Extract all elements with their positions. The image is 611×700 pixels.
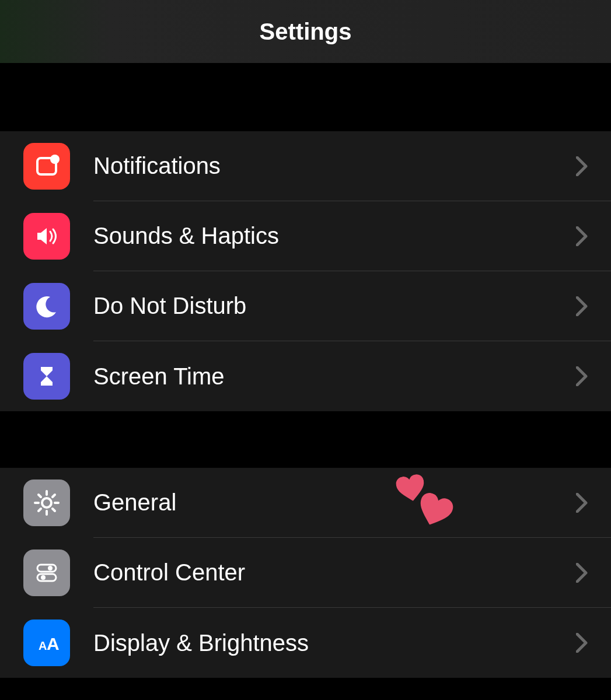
row-label: Display & Brightness xyxy=(93,630,576,656)
settings-row-screentime[interactable]: Screen Time xyxy=(0,341,611,411)
row-label: Do Not Disturb xyxy=(93,293,576,319)
settings-row-notifications[interactable]: Notifications xyxy=(0,131,611,201)
svg-point-12 xyxy=(48,566,53,570)
toggles-icon xyxy=(23,550,70,596)
settings-row-general[interactable]: General xyxy=(0,468,611,538)
svg-text:A: A xyxy=(39,639,47,652)
svg-point-1 xyxy=(50,155,60,164)
row-label: Control Center xyxy=(93,559,576,586)
svg-rect-11 xyxy=(37,565,56,572)
chevron-right-icon xyxy=(576,156,588,176)
settings-row-display[interactable]: A A Display & Brightness xyxy=(0,608,611,678)
chevron-right-icon xyxy=(576,296,588,316)
svg-point-2 xyxy=(42,498,51,508)
row-label: Notifications xyxy=(93,153,576,179)
svg-rect-13 xyxy=(37,574,56,581)
settings-row-control-center[interactable]: Control Center xyxy=(0,538,611,608)
svg-line-7 xyxy=(39,495,41,497)
gear-icon xyxy=(23,480,70,526)
hourglass-icon xyxy=(23,353,70,400)
settings-row-sounds[interactable]: Sounds & Haptics xyxy=(0,201,611,271)
chevron-right-icon xyxy=(576,633,588,653)
row-label: General xyxy=(93,489,576,516)
svg-line-8 xyxy=(53,509,55,511)
speaker-icon xyxy=(23,213,70,260)
chevron-right-icon xyxy=(576,366,588,386)
settings-list: Notifications Sounds & Haptics xyxy=(0,63,611,678)
nav-header: Settings xyxy=(0,0,611,63)
row-label: Screen Time xyxy=(93,363,576,390)
svg-text:A: A xyxy=(47,634,60,653)
svg-line-9 xyxy=(53,495,55,497)
text-size-icon: A A xyxy=(23,620,70,666)
row-label: Sounds & Haptics xyxy=(93,223,576,249)
svg-line-10 xyxy=(39,509,41,511)
page-title: Settings xyxy=(260,19,352,45)
chevron-right-icon xyxy=(576,493,588,513)
chevron-right-icon xyxy=(576,226,588,246)
moon-icon xyxy=(23,283,70,330)
settings-section: Notifications Sounds & Haptics xyxy=(0,131,611,411)
svg-point-14 xyxy=(41,575,46,580)
settings-section: General Control Center A xyxy=(0,468,611,678)
notifications-icon xyxy=(23,143,70,190)
chevron-right-icon xyxy=(576,563,588,583)
settings-row-dnd[interactable]: Do Not Disturb xyxy=(0,271,611,341)
